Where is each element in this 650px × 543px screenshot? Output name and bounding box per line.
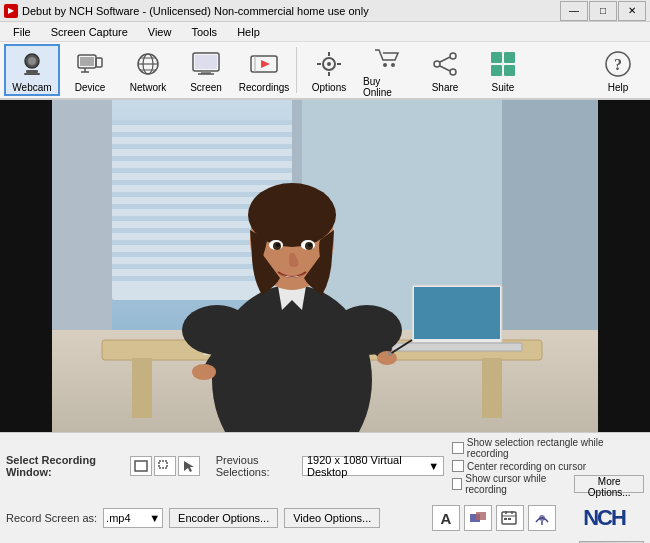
- menu-bar: File Screen Capture View Tools Help: [0, 22, 650, 42]
- svg-rect-99: [508, 518, 511, 520]
- prev-selections-label: Previous Selections:: [216, 454, 298, 478]
- schedule-btn[interactable]: [496, 505, 524, 531]
- recordings-label: Recordings: [239, 82, 290, 93]
- toolbar-suite[interactable]: Suite: [475, 44, 531, 96]
- svg-rect-43: [112, 132, 292, 137]
- video-scene: [52, 100, 598, 432]
- svg-point-22: [327, 62, 331, 66]
- svg-rect-47: [112, 180, 292, 185]
- video-options-button[interactable]: Video Options...: [284, 508, 380, 528]
- center-cursor-checkbox[interactable]: [452, 460, 464, 472]
- svg-point-100: [539, 515, 545, 521]
- svg-rect-36: [491, 65, 502, 76]
- nch-logo-text: NCH: [583, 505, 625, 531]
- webcam-icon: [16, 48, 48, 80]
- device-icon: [74, 48, 106, 80]
- help-icon: ?: [602, 48, 634, 80]
- svg-point-28: [391, 63, 395, 67]
- toolbar-device[interactable]: Device: [62, 44, 118, 96]
- svg-point-86: [377, 351, 397, 365]
- bottom-panel: Select Recording Window: Previous Select…: [0, 432, 650, 543]
- menu-view[interactable]: View: [139, 23, 181, 41]
- prev-selections-dropdown[interactable]: 1920 x 1080 Virtual Desktop ▼: [302, 456, 444, 476]
- close-button[interactable]: ✕: [618, 1, 646, 21]
- text-overlay-btn[interactable]: A: [432, 505, 460, 531]
- options-icon: [313, 48, 345, 80]
- screen-label: Screen: [190, 82, 222, 93]
- toolbar-webcam[interactable]: Webcam: [4, 44, 60, 96]
- screen-icon: [190, 48, 222, 80]
- svg-rect-70: [414, 287, 500, 339]
- share-icon: [429, 48, 461, 80]
- right-icon-buttons: A NCH: [432, 498, 644, 538]
- svg-rect-5: [80, 57, 94, 66]
- video-content: [52, 100, 598, 432]
- checkbox-center-cursor: Center recording on cursor: [452, 460, 644, 472]
- maximize-button[interactable]: □: [589, 1, 617, 21]
- buy-online-icon: [371, 42, 403, 74]
- webcam-label: Webcam: [12, 82, 51, 93]
- svg-point-85: [192, 364, 216, 380]
- svg-rect-35: [504, 52, 515, 63]
- show-rectangle-label: Show selection rectangle while recording: [467, 437, 644, 459]
- title-bar-left: ▶ Debut by NCH Software - (Unlicensed) N…: [4, 4, 369, 18]
- video-left-bar: [0, 100, 52, 432]
- toolbar-screen[interactable]: Screen: [178, 44, 234, 96]
- toolbar-options[interactable]: Options: [301, 44, 357, 96]
- cursor-window-btn[interactable]: [178, 456, 200, 476]
- overlay-btn[interactable]: [464, 505, 492, 531]
- format-dropdown[interactable]: .mp4 ▼: [103, 508, 163, 528]
- svg-marker-19: [261, 60, 270, 68]
- record-as-label: Record Screen as:: [6, 512, 97, 524]
- title-bar-controls[interactable]: — □ ✕: [560, 1, 646, 21]
- show-rectangle-checkbox[interactable]: [452, 442, 464, 454]
- recording-window-row: Select Recording Window: Previous Select…: [6, 437, 644, 495]
- format-dropdown-arrow: ▼: [149, 512, 160, 524]
- menu-help[interactable]: Help: [228, 23, 269, 41]
- svg-line-32: [440, 57, 450, 62]
- format-value: .mp4: [106, 512, 130, 524]
- svg-rect-89: [135, 461, 147, 471]
- toolbar-help[interactable]: ? Help: [590, 44, 646, 96]
- share-label: Share: [432, 82, 459, 93]
- toolbar-buy-online[interactable]: Buy Online: [359, 44, 415, 96]
- svg-point-88: [388, 352, 392, 356]
- fullscreen-window-btn[interactable]: [130, 456, 152, 476]
- toolbar-share[interactable]: Share: [417, 44, 473, 96]
- format-row: Record Screen as: .mp4 ▼ Encoder Options…: [6, 498, 644, 538]
- network-label: Network: [130, 82, 167, 93]
- toolbar-network[interactable]: Network: [120, 44, 176, 96]
- dropdown-arrow-icon: ▼: [428, 460, 439, 472]
- checkbox-show-cursor: Show cursor while recording More Options…: [452, 473, 644, 495]
- show-cursor-checkbox[interactable]: [452, 478, 462, 490]
- encoder-options-button[interactable]: Encoder Options...: [169, 508, 278, 528]
- svg-rect-42: [112, 120, 292, 125]
- buy-online-label: Buy Online: [363, 76, 411, 98]
- svg-rect-98: [504, 518, 507, 520]
- minimize-button[interactable]: —: [560, 1, 588, 21]
- svg-rect-90: [159, 461, 167, 468]
- svg-rect-15: [195, 55, 217, 69]
- svg-marker-91: [184, 461, 194, 472]
- prev-selections-value: 1920 x 1080 Virtual Desktop: [307, 454, 428, 478]
- svg-rect-93: [476, 512, 486, 520]
- svg-rect-6: [96, 58, 102, 67]
- svg-point-30: [434, 61, 440, 67]
- svg-rect-34: [491, 52, 502, 63]
- menu-tools[interactable]: Tools: [182, 23, 226, 41]
- svg-rect-3: [24, 73, 40, 75]
- toolbar: Webcam Device Network Screen Recordings …: [0, 42, 650, 100]
- app-icon: ▶: [4, 4, 18, 18]
- svg-rect-71: [392, 343, 522, 351]
- menu-file[interactable]: File: [4, 23, 40, 41]
- menu-screen-capture[interactable]: Screen Capture: [42, 23, 137, 41]
- toolbar-recordings[interactable]: Recordings: [236, 44, 292, 96]
- help-label: Help: [608, 82, 629, 93]
- ftp-btn[interactable]: [528, 505, 556, 531]
- network-icon: [132, 48, 164, 80]
- show-cursor-label: Show cursor while recording: [465, 473, 567, 495]
- region-window-btn[interactable]: [154, 456, 176, 476]
- svg-line-33: [440, 66, 450, 71]
- more-options-button[interactable]: More Options...: [574, 475, 644, 493]
- video-right-bar: [598, 100, 650, 432]
